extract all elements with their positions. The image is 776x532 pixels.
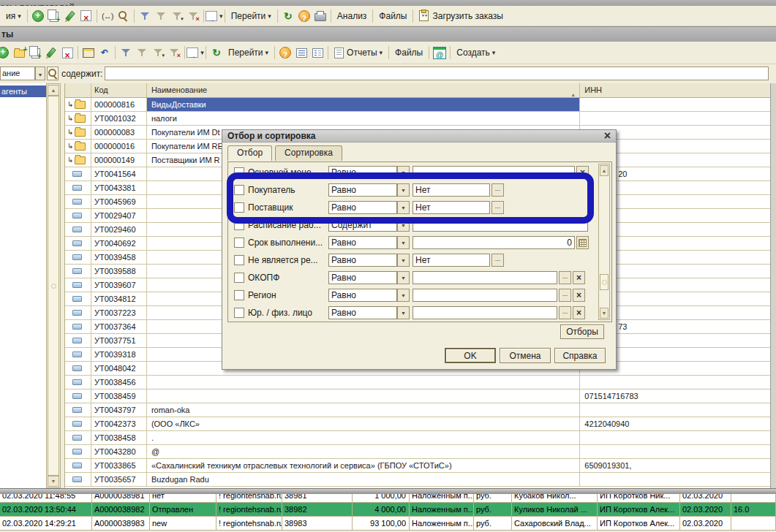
table-row[interactable]: УТ0042373(ООО «ЛКС»4212040940	[65, 417, 770, 431]
search-column-dropdown-button[interactable]	[35, 66, 45, 80]
edit-button[interactable]	[62, 8, 78, 24]
filter-checkbox[interactable]	[234, 273, 244, 283]
move-to-group-button[interactable]	[97, 45, 113, 61]
dialog-close-button[interactable]	[604, 131, 611, 141]
load-orders-button[interactable]: Загрузить заказы	[415, 8, 506, 24]
condition-dropdown-button[interactable]	[397, 236, 410, 249]
hierarchy-view-button[interactable]	[80, 45, 97, 61]
header-code-column[interactable]: Код	[91, 83, 147, 97]
create-menu-button[interactable]: Создать	[453, 45, 499, 61]
clear-button[interactable]	[573, 271, 585, 284]
table-row[interactable]: УТ0001032налоги	[65, 112, 770, 126]
tab-sort[interactable]: Сортировка	[275, 145, 342, 161]
table-row[interactable]: 000000816ВидыДоставки	[65, 98, 770, 112]
filter-value-field[interactable]	[413, 306, 557, 319]
order-row[interactable]: 02.03.2020 11:48:55А0000038981нет! regio…	[0, 494, 776, 503]
horizontal-splitter[interactable]	[0, 488, 776, 494]
scroll-down-button[interactable]	[600, 308, 609, 319]
files-button[interactable]: Файлы	[375, 8, 410, 24]
tab-filter[interactable]: Отбор	[227, 145, 272, 161]
saved-filters-button[interactable]: Отборы	[560, 324, 604, 339]
filter-set-button[interactable]	[137, 8, 153, 24]
search-column-selector[interactable]: ание	[0, 66, 35, 80]
filter-checkbox[interactable]	[234, 238, 244, 248]
goto-menu-button[interactable]: Перейти	[225, 45, 272, 61]
header-icon-column[interactable]	[65, 83, 91, 97]
files-button[interactable]: Файлы	[391, 45, 426, 61]
filter-value-field[interactable]: 0	[413, 236, 575, 249]
print-button[interactable]	[312, 8, 328, 24]
find-button[interactable]	[116, 8, 132, 24]
filter-menu-button[interactable]: ▾	[169, 8, 185, 24]
scroll-down-button[interactable]	[48, 476, 59, 487]
delete-button[interactable]	[59, 45, 75, 61]
goto-menu-button[interactable]: Перейти	[227, 8, 275, 24]
list-settings-button[interactable]	[293, 45, 309, 61]
reports-menu-button[interactable]: Отчеты	[331, 45, 386, 61]
column-width-button[interactable]	[99, 8, 116, 24]
filter-button[interactable]	[134, 45, 150, 61]
ellipsis-button[interactable]	[491, 254, 504, 267]
tree-scrollbar[interactable]	[46, 83, 61, 488]
scroll-thumb[interactable]	[600, 274, 609, 290]
table-row[interactable]: УТ0038458.	[65, 431, 770, 445]
ellipsis-button[interactable]	[559, 289, 571, 302]
tree-item-counterparties[interactable]: агенты	[0, 86, 46, 97]
actions-menu-button[interactable]: ия	[2, 8, 25, 24]
condition-field[interactable]: Равно	[328, 236, 397, 249]
table-row[interactable]: УТ0035657Buzdugan Radu	[65, 473, 770, 487]
refresh-button[interactable]	[208, 45, 225, 61]
ok-button[interactable]: OK	[445, 348, 496, 363]
clear-button[interactable]	[573, 306, 585, 319]
scroll-up-button[interactable]	[600, 165, 609, 176]
filter-value-field[interactable]	[413, 289, 557, 302]
delete-button[interactable]	[78, 8, 94, 24]
filter-menu-button[interactable]: ▾	[150, 45, 166, 61]
filter-list-scrollbar[interactable]	[598, 164, 610, 320]
export-button[interactable]	[206, 8, 222, 24]
filter-checkbox[interactable]	[234, 290, 244, 300]
refresh-button[interactable]	[280, 8, 296, 24]
condition-dropdown-button[interactable]	[397, 289, 410, 302]
add-button[interactable]	[30, 8, 46, 24]
help-button[interactable]	[277, 45, 293, 61]
email-button[interactable]	[432, 45, 448, 61]
help-button[interactable]: Справка	[554, 348, 606, 363]
edit-button[interactable]	[43, 45, 59, 61]
condition-field[interactable]: Равно	[328, 289, 397, 302]
add-button[interactable]	[0, 45, 11, 61]
condition-dropdown-button[interactable]	[397, 306, 410, 319]
condition-dropdown-button[interactable]	[397, 271, 410, 284]
filter-value-field[interactable]	[413, 271, 557, 284]
search-button[interactable]	[47, 66, 59, 80]
condition-field[interactable]: Равно	[328, 306, 397, 319]
filter-set-button[interactable]	[118, 45, 134, 61]
scroll-up-button[interactable]	[48, 85, 59, 96]
table-row[interactable]: УТ0038459071514716783	[65, 390, 770, 403]
filter-checkbox[interactable]	[234, 255, 244, 265]
order-row[interactable]: 02.03.2020 14:29:21А0000038983new! regio…	[0, 517, 776, 531]
header-inn-column[interactable]: ИНН	[580, 83, 770, 97]
analysis-button[interactable]: Анализ	[334, 8, 371, 24]
ellipsis-button[interactable]	[559, 271, 571, 284]
ellipsis-button[interactable]	[559, 306, 571, 319]
scroll-thumb[interactable]	[48, 96, 59, 476]
table-row[interactable]: УТ0038456	[65, 376, 770, 390]
condition-field[interactable]: Равно	[328, 271, 397, 284]
filter-value-field[interactable]: Нет	[413, 254, 490, 267]
condition-dropdown-button[interactable]	[397, 254, 410, 267]
calc-button[interactable]	[576, 236, 589, 249]
search-input[interactable]	[105, 66, 769, 80]
filter-clear-button[interactable]: ×	[185, 8, 201, 24]
header-name-column[interactable]: Наименование	[147, 83, 580, 97]
help-button[interactable]	[296, 8, 312, 24]
filter-clear-button[interactable]: ×	[166, 45, 182, 61]
copy-button[interactable]	[27, 45, 43, 61]
copy-button[interactable]	[46, 8, 62, 24]
columns-setup-button[interactable]	[309, 45, 325, 61]
condition-field[interactable]: Равно	[328, 254, 397, 267]
table-row[interactable]: УТ0043797 roman-oka	[65, 403, 770, 417]
order-row[interactable]: 02.03.2020 13:50:44А0000038982Отправлен!…	[0, 503, 776, 517]
export-button[interactable]	[187, 45, 203, 61]
table-row[interactable]: УТ0043280@	[65, 445, 770, 459]
